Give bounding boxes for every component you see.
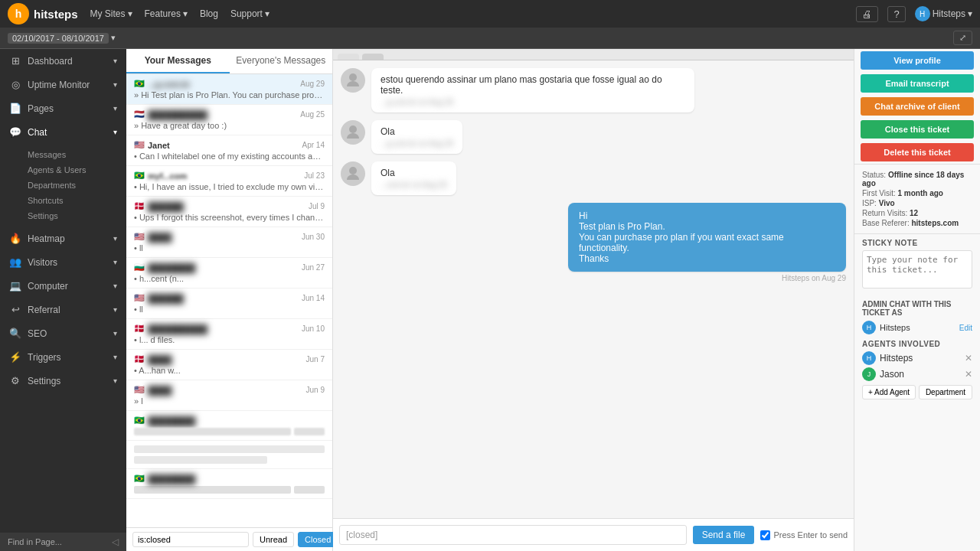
remove-agent-jason[interactable]: ✕ xyxy=(965,369,972,380)
chat-header-tab-1[interactable] xyxy=(338,54,359,60)
sticky-note-input[interactable] xyxy=(862,250,972,289)
chat-item-date: Jun 27 xyxy=(302,263,325,272)
list-item[interactable]: 🇧🇬 ████████ Jun 27 • h...cent (n... xyxy=(126,258,332,289)
close-ticket-button[interactable]: Close this ticket xyxy=(861,120,974,139)
list-item[interactable]: 🇩🇰 ██████████ Jun 10 • l... d files. xyxy=(126,319,332,350)
chat-item-preview: • Can I whitelabel one of my existing ac… xyxy=(134,152,325,161)
list-item[interactable]: 🇩🇰 ██████ Jul 9 • Ups I forgot this scre… xyxy=(126,197,332,227)
chat-item-name: 🇳🇱 ██████████ xyxy=(134,109,207,119)
agent-avatar-jason: J xyxy=(862,367,876,381)
list-item[interactable]: 🇳🇱 ██████████ Aug 25 » Have a great day … xyxy=(126,105,332,135)
admin-agent-name: Hitsteps xyxy=(880,323,910,332)
sidebar-item-visitors[interactable]: 👥 Visitors ▾ xyxy=(0,250,126,274)
nav-support[interactable]: Support ▾ xyxy=(230,8,270,19)
unread-button[interactable]: Unread xyxy=(253,532,294,547)
list-item[interactable]: 🇧🇷 ████████ xyxy=(126,469,332,499)
chat-header-tab-2[interactable] xyxy=(362,54,384,60)
sidebar-item-chat[interactable]: 💬 Chat ▾ xyxy=(0,120,126,144)
sender-avatar xyxy=(341,120,365,145)
press-enter-checkbox[interactable] xyxy=(760,530,770,540)
add-agent-button[interactable]: + Add Agent xyxy=(862,385,916,399)
sidebar-item-computer[interactable]: 💻 Computer ▾ xyxy=(0,274,126,298)
list-item[interactable]: 🇧🇷 myf...com Jul 23 • Hi, I have an issu… xyxy=(126,166,332,197)
agent-row: J Jason ✕ xyxy=(862,367,972,381)
admin-agent-avatar: H xyxy=(862,321,876,334)
message-text: estou querendo assinar um plano mas gost… xyxy=(381,74,662,96)
sidebar-sub-shortcuts[interactable]: Shortcuts xyxy=(28,193,126,208)
sidebar-sub-settings[interactable]: Settings xyxy=(28,208,126,223)
user-avatar: H xyxy=(915,6,930,21)
return-visits-stat: Return Visits: 12 xyxy=(862,209,972,217)
sidebar: ⊞ Dashboard ▾ ◎ Uptime Monitor ▾ 📄 Pages… xyxy=(0,49,126,551)
date-bar: 02/10/2017 - 08/10/2017 ▾ ⤢ xyxy=(0,28,980,49)
department-button[interactable]: Department xyxy=(919,385,972,399)
chat-item-date: Jul 23 xyxy=(304,171,325,180)
filter-input[interactable] xyxy=(132,532,249,547)
remove-agent-hitsteps[interactable]: ✕ xyxy=(965,353,972,364)
list-item[interactable]: 🇺🇸 ████ Jun 9 » l xyxy=(126,380,332,411)
sidebar-sub-messages[interactable]: Messages xyxy=(28,147,126,162)
list-item[interactable]: 🇩🇰 ████ Jun 7 • A...han w... xyxy=(126,350,332,380)
chat-archive-button[interactable]: Chat archive of client xyxy=(861,97,974,116)
status-stat: Status: Offline since 18 days ago xyxy=(862,171,972,187)
date-range-picker[interactable]: 02/10/2017 - 08/10/2017 xyxy=(8,33,109,44)
settings-icon: ⚙ xyxy=(9,375,21,386)
sidebar-item-triggers[interactable]: ⚡ Triggers ▾ xyxy=(0,345,126,369)
sidebar-bottom: Find in Page... ◁ xyxy=(0,533,126,551)
triggers-icon: ⚡ xyxy=(9,351,21,363)
chat-item-date: Jun 10 xyxy=(302,324,325,333)
sticky-note-section: STICKY NOTE xyxy=(854,233,980,295)
chat-item-name: 🇺🇸 Janet xyxy=(134,140,170,150)
chat-item-preview: » l xyxy=(134,396,325,406)
chat-input[interactable] xyxy=(339,525,687,545)
list-item[interactable]: 🇧🇷 ████████ xyxy=(126,411,332,441)
message-received: Ola ...g.com.br on Aug 26 xyxy=(341,120,694,154)
chevron-icon: ▾ xyxy=(113,128,117,136)
chat-item-preview: • l... d files. xyxy=(134,335,325,344)
list-item[interactable]: 🇺🇸 Janet Apr 14 • Can I whitelabel one o… xyxy=(126,135,332,166)
flag-icon: 🇩🇰 xyxy=(134,354,145,364)
sidebar-item-settings[interactable]: ⚙ Settings ▾ xyxy=(0,369,126,393)
sidebar-item-seo[interactable]: 🔍 SEO ▾ xyxy=(0,321,126,345)
chat-item-name: 🇧🇷 ...g.com.br xyxy=(134,79,191,89)
user-menu[interactable]: H Hitsteps ▾ xyxy=(915,6,972,21)
chat-item-name: 🇩🇰 ██████████ xyxy=(134,324,207,334)
chevron-icon: ▾ xyxy=(113,258,117,266)
closed-button[interactable]: Closed xyxy=(298,532,338,547)
print-button[interactable]: 🖨 xyxy=(856,6,878,22)
seo-icon: 🔍 xyxy=(9,328,21,339)
list-item[interactable]: 🇺🇸 ████ Jun 30 • ll xyxy=(126,227,332,258)
sidebar-item-uptime[interactable]: ◎ Uptime Monitor ▾ xyxy=(0,73,126,96)
list-item[interactable]: 🇺🇸 ██████ Jun 14 • ll xyxy=(126,289,332,319)
admin-chat-section: ADMIN CHAT WITH THIS TICKET AS H Hitstep… xyxy=(854,295,980,337)
svg-point-1 xyxy=(349,126,357,133)
expand-button[interactable]: ⤢ xyxy=(953,31,972,45)
list-item[interactable] xyxy=(126,441,332,469)
flag-icon: 🇧🇷 xyxy=(134,474,145,484)
right-panel: View profile Email transcript Chat archi… xyxy=(854,49,980,551)
email-transcript-button[interactable]: Email transcript xyxy=(861,74,974,93)
sidebar-item-referral[interactable]: ↩ Referral ▾ xyxy=(0,298,126,321)
message-meta: ...com.br on Aug 26 xyxy=(381,181,447,189)
sidebar-item-pages[interactable]: 📄 Pages ▾ xyxy=(0,96,126,120)
chevron-icon: ▾ xyxy=(113,234,117,243)
nav-blog[interactable]: Blog xyxy=(200,8,218,19)
find-page-button[interactable]: Find in Page... ◁ xyxy=(0,533,126,551)
logo[interactable]: h hitsteps xyxy=(8,3,78,24)
delete-ticket-button[interactable]: Delete this ticket xyxy=(861,143,974,161)
tab-everyone-messages[interactable]: Everyone's Messages xyxy=(230,49,333,73)
tab-your-messages[interactable]: Your Messages xyxy=(126,49,230,73)
nav-my-sites[interactable]: My Sites ▾ xyxy=(90,8,132,19)
chat-item-date: Jul 9 xyxy=(309,202,325,210)
sidebar-item-heatmap[interactable]: 🔥 Heatmap ▾ xyxy=(0,227,126,250)
chat-icon: 💬 xyxy=(9,126,21,138)
view-profile-button[interactable]: View profile xyxy=(861,51,974,70)
list-item[interactable]: 🇧🇷 ...g.com.br Aug 29 » Hi Test plan is … xyxy=(126,74,332,105)
help-button[interactable]: ? xyxy=(887,6,905,22)
edit-button[interactable]: Edit xyxy=(959,324,972,332)
send-file-button[interactable]: Send a file xyxy=(693,526,755,544)
nav-features[interactable]: Features ▾ xyxy=(145,8,188,19)
sidebar-sub-departments[interactable]: Departments xyxy=(28,178,126,193)
sidebar-item-dashboard[interactable]: ⊞ Dashboard ▾ xyxy=(0,49,126,73)
sidebar-sub-agents[interactable]: Agents & Users xyxy=(28,162,126,178)
